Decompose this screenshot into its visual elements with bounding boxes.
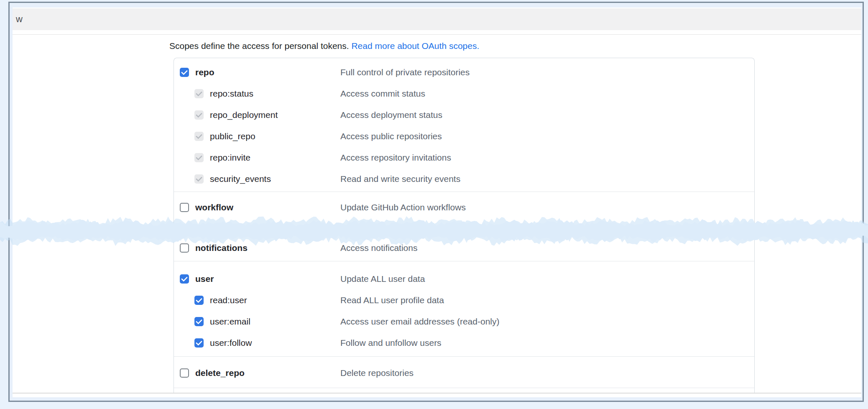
scope-group-workflow: workflowUpdate GitHub Action workflows [174,192,754,218]
scope-description: Access repository invitations [340,153,451,163]
scope-row-read:user: read:userRead ALL user profile data [174,289,754,311]
scope-description: Read and write security events [340,174,460,184]
scope-row-delete_repo: delete_repoDelete repositories [174,362,754,383]
user:follow-checkbox[interactable] [194,338,204,348]
topbar-divider [13,34,861,35]
scope-row-repo_deployment: repo_deploymentAccess deployment status [174,104,754,125]
scope-row-notifications: notificationsAccess notifications [174,237,754,258]
public_repo-checkbox [194,132,204,141]
scope-description: Access deployment status [340,110,442,120]
scope-label: workflow [195,202,233,212]
oauth-scopes-link[interactable]: Read more about OAuth scopes. [351,41,479,51]
scope-label: repo [195,67,214,77]
scope-description: Update GitHub Action workflows [340,202,466,212]
scope-row-user:follow: user:followFollow and unfollow users [174,332,754,353]
scope-description: Update ALL user data [340,274,425,284]
scope-row-repo: repoFull control of private repositories [174,61,754,83]
scope-label: repo_deployment [210,110,278,120]
scope-description: Follow and unfollow users [340,338,442,348]
repo:invite-checkbox [194,153,204,162]
scope-label: read:user [210,295,247,305]
scope-group-notifications: notificationsAccess notifications [174,237,754,261]
torn-gap-spacer [174,218,754,237]
delete_repo-checkbox[interactable] [180,368,189,378]
scope-description: Full control of private repositories [340,67,470,77]
security_events-checkbox [194,174,204,184]
scope-group-delete_repo: delete_repoDelete repositories [174,357,754,388]
bottom-cut-line [13,393,861,394]
page: w Scopes define the access for personal … [13,8,861,397]
scope-description: Access public repositories [340,131,442,141]
scope-label: user:email [210,317,250,327]
user:email-checkbox[interactable] [194,317,204,326]
workflow-checkbox[interactable] [180,203,189,212]
read:user-checkbox[interactable] [194,296,204,305]
scopes-intro-text: Scopes define the access for personal to… [169,41,351,51]
scope-label: user [195,274,214,284]
scope-label: notifications [195,243,248,253]
scope-row-public_repo: public_repoAccess public repositories [174,125,754,147]
scope-row-user: userUpdate ALL user data [174,268,754,289]
repo_deployment-checkbox [194,110,204,120]
note-input[interactable]: w [13,8,861,30]
scope-label: repo:status [210,89,253,99]
scopes-intro: Scopes define the access for personal to… [169,41,479,51]
scope-description: Access commit status [340,89,425,99]
repo-checkbox[interactable] [180,68,189,77]
user-checkbox[interactable] [180,274,189,284]
scopes-box: repoFull control of private repositories… [174,58,755,393]
notifications-checkbox[interactable] [180,243,189,253]
scope-group-user: userUpdate ALL user dataread:userRead AL… [174,261,754,356]
scope-label: delete_repo [195,368,245,378]
scope-label: security_events [210,174,271,184]
group-divider [174,388,754,388]
scope-description: Access notifications [340,243,417,253]
scope-description: Read ALL user profile data [340,295,444,305]
scope-label: user:follow [210,338,252,348]
scope-description: Delete repositories [340,368,414,378]
note-input-value: w [16,14,23,25]
scope-group-repo: repoFull control of private repositories… [174,58,754,192]
scope-row-repo:invite: repo:inviteAccess repository invitations [174,147,754,168]
scope-row-user:email: user:emailAccess user email addresses (r… [174,311,754,332]
scope-label: repo:invite [210,153,250,163]
scope-row-security_events: security_eventsRead and write security e… [174,168,754,189]
scope-label: public_repo [210,131,255,141]
scope-row-repo:status: repo:statusAccess commit status [174,83,754,104]
scope-description: Access user email addresses (read-only) [340,317,499,327]
scope-row-workflow: workflowUpdate GitHub Action workflows [174,197,754,218]
screenshot-frame: w Scopes define the access for personal … [8,2,864,402]
repo:status-checkbox [194,89,204,98]
